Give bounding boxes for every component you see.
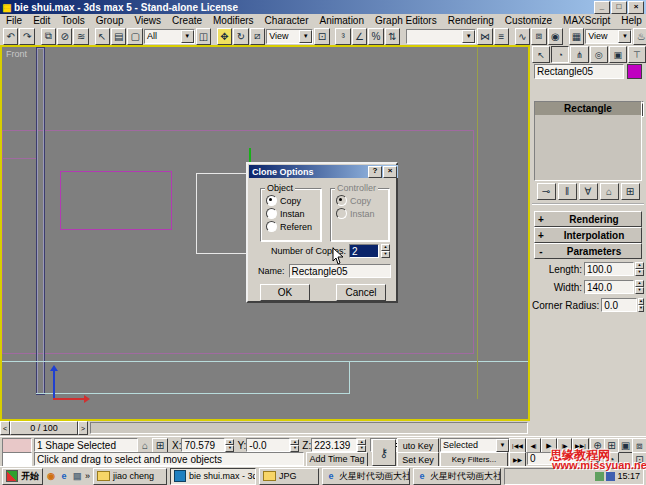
menu-group[interactable]: Group xyxy=(96,15,124,26)
selection-region-icon[interactable]: ▢ xyxy=(127,28,142,45)
bind-spacewarp-icon[interactable]: ≋ xyxy=(73,28,88,45)
menu-maxscript[interactable]: MAXScript xyxy=(563,15,610,26)
show-end-result-icon[interactable]: ‖ xyxy=(558,183,577,200)
absolute-offset-icon[interactable]: ⊞ xyxy=(152,438,168,453)
length-input[interactable]: 100.0 xyxy=(584,262,634,276)
show-desktop-icon[interactable]: ▤ xyxy=(72,471,82,481)
cancel-button[interactable]: Cancel xyxy=(336,284,386,301)
name-input[interactable]: Rectangle05 xyxy=(289,264,391,278)
z-spinner[interactable]: ▲▼ xyxy=(357,439,366,452)
auto-key-button[interactable]: uto Key xyxy=(397,438,439,453)
tray-icon[interactable] xyxy=(595,472,604,481)
key-mode-icon[interactable]: ▶▶ xyxy=(509,452,526,467)
zoom-extents-icon[interactable]: ▣ xyxy=(618,438,633,453)
select-move-icon[interactable]: ✥ xyxy=(217,28,232,45)
menu-animation[interactable]: Animation xyxy=(320,15,364,26)
dialog-close-button[interactable]: × xyxy=(383,166,397,178)
quick-render-teapot-icon[interactable]: ♨ xyxy=(633,28,646,45)
media-player-icon[interactable]: ◉ xyxy=(46,471,56,481)
tab-create-icon[interactable]: ↖ xyxy=(532,46,550,63)
start-button[interactable]: 开始 xyxy=(2,468,43,485)
time-slider-right-arrow[interactable]: > xyxy=(78,421,88,435)
maxscript-listener-pink[interactable] xyxy=(2,438,32,453)
curve-editor-icon[interactable]: ∿ xyxy=(515,28,530,45)
schematic-view-icon[interactable]: ⧈ xyxy=(531,28,546,45)
x-spinner[interactable]: ▲▼ xyxy=(225,439,234,452)
taskbar-item-ie-2[interactable]: e 火星时代动画大社... xyxy=(413,468,501,485)
menu-character[interactable]: Character xyxy=(265,15,309,26)
select-by-name-icon[interactable]: ▤ xyxy=(111,28,126,45)
use-pivot-center-icon[interactable]: ⊡ xyxy=(314,28,329,45)
rollout-rendering[interactable]: + Rendering xyxy=(534,211,642,227)
time-slider-left-arrow[interactable]: < xyxy=(0,421,10,435)
select-rotate-icon[interactable]: ↻ xyxy=(233,28,248,45)
set-key-icon[interactable]: ⚷ xyxy=(372,439,396,466)
configure-modifier-sets-icon[interactable]: ⊞ xyxy=(621,183,640,200)
menu-create[interactable]: Create xyxy=(172,15,202,26)
copies-input[interactable]: 2 xyxy=(349,244,379,258)
reference-coordinate-dropdown[interactable]: View ▼ xyxy=(266,29,313,44)
angle-snap-icon[interactable]: ∠ xyxy=(352,28,367,45)
zoom-extents-all-icon[interactable]: ⧈ xyxy=(632,438,646,453)
menu-help[interactable]: Help xyxy=(621,15,642,26)
maxscript-listener-white[interactable] xyxy=(2,452,32,467)
menu-graph-editors[interactable]: Graph Editors xyxy=(375,15,437,26)
object-name-input[interactable]: Rectangle05 xyxy=(534,64,624,79)
object-color-swatch[interactable] xyxy=(627,64,642,79)
select-object-icon[interactable]: ↖ xyxy=(95,28,110,45)
unlink-icon[interactable]: ⊘ xyxy=(57,28,72,45)
selection-lock-icon[interactable]: ⌂ xyxy=(138,440,152,451)
select-scale-icon[interactable]: ⧄ xyxy=(250,28,265,45)
set-key-button[interactable]: Set Key xyxy=(397,452,439,467)
window-crossing-icon[interactable]: ◫ xyxy=(196,28,211,45)
tab-utilities-icon[interactable]: ⊤ xyxy=(628,46,646,63)
tab-display-icon[interactable]: ▣ xyxy=(609,46,627,63)
corner-radius-spinner[interactable]: ▲▼ xyxy=(638,298,644,312)
copies-spinner[interactable]: ▲▼ xyxy=(381,244,390,258)
internet-explorer-icon[interactable]: e xyxy=(59,471,69,481)
menu-tools[interactable]: Tools xyxy=(61,15,84,26)
menu-rendering[interactable]: Rendering xyxy=(448,15,494,26)
named-selection-dropdown[interactable]: ▼ xyxy=(406,29,476,44)
y-spinner[interactable]: ▲▼ xyxy=(290,439,299,452)
width-input[interactable]: 140.0 xyxy=(584,280,634,294)
spinner-snap-icon[interactable]: ⇅ xyxy=(385,28,400,45)
render-scene-icon[interactable]: ▦ xyxy=(569,28,584,45)
render-type-dropdown[interactable]: View ▼ xyxy=(585,29,632,44)
selection-filter-dropdown[interactable]: All ▼ xyxy=(144,29,195,44)
undo-icon[interactable]: ↶ xyxy=(3,28,18,45)
menu-modifiers[interactable]: Modifiers xyxy=(213,15,254,26)
go-to-start-icon[interactable]: |◀◀ xyxy=(509,438,526,453)
y-coordinate-input[interactable]: -0.0 xyxy=(246,438,290,452)
key-filters-button[interactable]: Key Filters... xyxy=(440,452,508,467)
quick-launch-more[interactable]: » xyxy=(85,471,90,481)
radio-instance[interactable]: Instan xyxy=(266,207,321,220)
taskbar-item-ie-1[interactable]: e 火星时代动画大社... xyxy=(322,468,410,485)
menu-file[interactable]: File xyxy=(6,15,22,26)
add-time-tag[interactable]: Add Time Tag xyxy=(306,452,368,467)
dialog-help-button[interactable]: ? xyxy=(368,166,382,178)
menu-customize[interactable]: Customize xyxy=(505,15,552,26)
select-link-icon[interactable]: ⧉ xyxy=(41,28,56,45)
taskbar-item-jiao-cheng[interactable]: jiao cheng xyxy=(93,468,167,485)
taskbar-item-jpg[interactable]: JPG xyxy=(259,468,319,485)
x-coordinate-input[interactable]: 70.579 xyxy=(181,438,225,452)
make-unique-icon[interactable]: ∀ xyxy=(579,183,598,200)
rollout-interpolation[interactable]: + Interpolation xyxy=(534,227,642,243)
menu-edit[interactable]: Edit xyxy=(33,15,50,26)
snap-toggle-icon[interactable]: ³ xyxy=(335,28,350,45)
pin-stack-icon[interactable]: ⊸ xyxy=(537,183,556,200)
remove-modifier-icon[interactable]: ⌂ xyxy=(600,183,619,200)
material-editor-icon[interactable]: ◉ xyxy=(548,28,563,45)
taskbar-item-3dsmax[interactable]: bie shui.max - 3ds ma... xyxy=(170,468,256,485)
time-slider-handle[interactable]: 0 / 100 xyxy=(10,421,78,435)
selected-set-dropdown[interactable]: Selected ▼ xyxy=(440,438,510,452)
rollout-parameters[interactable]: - Parameters xyxy=(534,243,642,259)
previous-frame-icon[interactable]: ◀| xyxy=(526,438,541,453)
dialog-title-bar[interactable]: Clone Options ? × xyxy=(249,165,398,178)
z-coordinate-input[interactable]: 223.139 xyxy=(311,438,357,452)
menu-views[interactable]: Views xyxy=(135,15,162,26)
radio-copy[interactable]: Copy xyxy=(266,194,321,207)
width-spinner[interactable]: ▲▼ xyxy=(635,280,644,294)
mirror-icon[interactable]: ⋈ xyxy=(477,28,492,45)
